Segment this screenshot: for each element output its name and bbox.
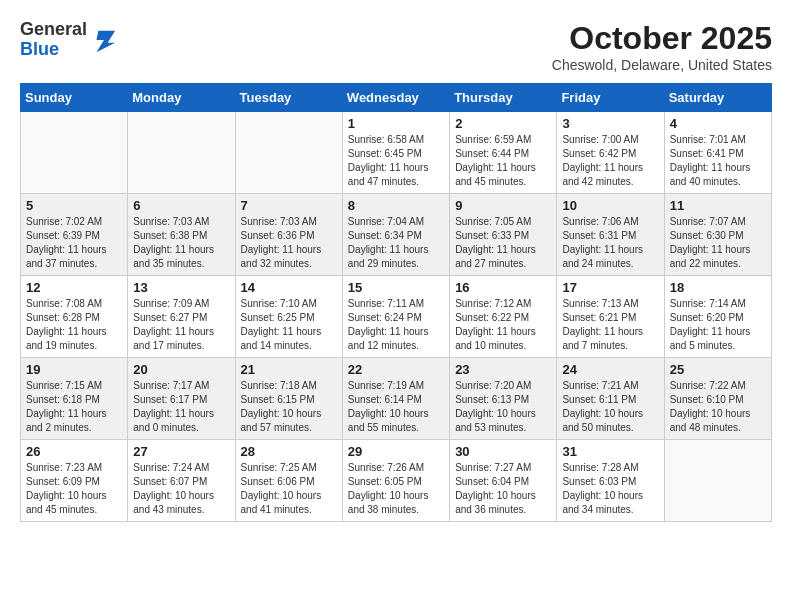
calendar-cell: 31Sunrise: 7:28 AM Sunset: 6:03 PM Dayli… <box>557 440 664 522</box>
day-number: 11 <box>670 198 766 213</box>
calendar-title: October 2025 <box>552 20 772 57</box>
day-info: Sunrise: 7:23 AM Sunset: 6:09 PM Dayligh… <box>26 461 122 517</box>
day-number: 4 <box>670 116 766 131</box>
logo-text: General Blue <box>20 20 87 60</box>
weekday-header-sunday: Sunday <box>21 84 128 112</box>
day-info: Sunrise: 7:11 AM Sunset: 6:24 PM Dayligh… <box>348 297 444 353</box>
day-number: 30 <box>455 444 551 459</box>
calendar-cell: 9Sunrise: 7:05 AM Sunset: 6:33 PM Daylig… <box>450 194 557 276</box>
day-number: 1 <box>348 116 444 131</box>
day-info: Sunrise: 6:58 AM Sunset: 6:45 PM Dayligh… <box>348 133 444 189</box>
calendar-cell: 10Sunrise: 7:06 AM Sunset: 6:31 PM Dayli… <box>557 194 664 276</box>
calendar-cell: 29Sunrise: 7:26 AM Sunset: 6:05 PM Dayli… <box>342 440 449 522</box>
day-info: Sunrise: 7:25 AM Sunset: 6:06 PM Dayligh… <box>241 461 337 517</box>
day-number: 9 <box>455 198 551 213</box>
day-info: Sunrise: 7:28 AM Sunset: 6:03 PM Dayligh… <box>562 461 658 517</box>
calendar-cell: 20Sunrise: 7:17 AM Sunset: 6:17 PM Dayli… <box>128 358 235 440</box>
calendar-cell: 1Sunrise: 6:58 AM Sunset: 6:45 PM Daylig… <box>342 112 449 194</box>
calendar-cell: 11Sunrise: 7:07 AM Sunset: 6:30 PM Dayli… <box>664 194 771 276</box>
day-info: Sunrise: 7:24 AM Sunset: 6:07 PM Dayligh… <box>133 461 229 517</box>
day-info: Sunrise: 7:06 AM Sunset: 6:31 PM Dayligh… <box>562 215 658 271</box>
weekday-header-row: SundayMondayTuesdayWednesdayThursdayFrid… <box>21 84 772 112</box>
day-info: Sunrise: 7:26 AM Sunset: 6:05 PM Dayligh… <box>348 461 444 517</box>
day-info: Sunrise: 7:27 AM Sunset: 6:04 PM Dayligh… <box>455 461 551 517</box>
calendar-cell: 26Sunrise: 7:23 AM Sunset: 6:09 PM Dayli… <box>21 440 128 522</box>
day-number: 13 <box>133 280 229 295</box>
day-info: Sunrise: 7:21 AM Sunset: 6:11 PM Dayligh… <box>562 379 658 435</box>
day-number: 12 <box>26 280 122 295</box>
day-info: Sunrise: 7:04 AM Sunset: 6:34 PM Dayligh… <box>348 215 444 271</box>
calendar-cell: 12Sunrise: 7:08 AM Sunset: 6:28 PM Dayli… <box>21 276 128 358</box>
day-number: 31 <box>562 444 658 459</box>
calendar-cell: 4Sunrise: 7:01 AM Sunset: 6:41 PM Daylig… <box>664 112 771 194</box>
calendar-week-row: 12Sunrise: 7:08 AM Sunset: 6:28 PM Dayli… <box>21 276 772 358</box>
day-info: Sunrise: 7:02 AM Sunset: 6:39 PM Dayligh… <box>26 215 122 271</box>
day-info: Sunrise: 7:19 AM Sunset: 6:14 PM Dayligh… <box>348 379 444 435</box>
weekday-header-thursday: Thursday <box>450 84 557 112</box>
calendar-cell: 8Sunrise: 7:04 AM Sunset: 6:34 PM Daylig… <box>342 194 449 276</box>
day-info: Sunrise: 7:18 AM Sunset: 6:15 PM Dayligh… <box>241 379 337 435</box>
calendar-week-row: 1Sunrise: 6:58 AM Sunset: 6:45 PM Daylig… <box>21 112 772 194</box>
logo-icon <box>89 26 117 54</box>
day-number: 6 <box>133 198 229 213</box>
calendar-cell: 14Sunrise: 7:10 AM Sunset: 6:25 PM Dayli… <box>235 276 342 358</box>
day-info: Sunrise: 7:03 AM Sunset: 6:36 PM Dayligh… <box>241 215 337 271</box>
day-info: Sunrise: 7:22 AM Sunset: 6:10 PM Dayligh… <box>670 379 766 435</box>
day-number: 18 <box>670 280 766 295</box>
day-number: 29 <box>348 444 444 459</box>
calendar-cell: 3Sunrise: 7:00 AM Sunset: 6:42 PM Daylig… <box>557 112 664 194</box>
day-info: Sunrise: 7:08 AM Sunset: 6:28 PM Dayligh… <box>26 297 122 353</box>
calendar-cell: 23Sunrise: 7:20 AM Sunset: 6:13 PM Dayli… <box>450 358 557 440</box>
day-number: 22 <box>348 362 444 377</box>
day-number: 5 <box>26 198 122 213</box>
weekday-header-wednesday: Wednesday <box>342 84 449 112</box>
header: General Blue October 2025 Cheswold, Dela… <box>20 20 772 73</box>
day-number: 3 <box>562 116 658 131</box>
day-number: 20 <box>133 362 229 377</box>
day-number: 17 <box>562 280 658 295</box>
day-number: 16 <box>455 280 551 295</box>
calendar-table: SundayMondayTuesdayWednesdayThursdayFrid… <box>20 83 772 522</box>
day-info: Sunrise: 7:20 AM Sunset: 6:13 PM Dayligh… <box>455 379 551 435</box>
day-number: 14 <box>241 280 337 295</box>
day-info: Sunrise: 7:07 AM Sunset: 6:30 PM Dayligh… <box>670 215 766 271</box>
day-info: Sunrise: 7:00 AM Sunset: 6:42 PM Dayligh… <box>562 133 658 189</box>
weekday-header-tuesday: Tuesday <box>235 84 342 112</box>
calendar-cell: 15Sunrise: 7:11 AM Sunset: 6:24 PM Dayli… <box>342 276 449 358</box>
calendar-cell: 21Sunrise: 7:18 AM Sunset: 6:15 PM Dayli… <box>235 358 342 440</box>
calendar-cell: 18Sunrise: 7:14 AM Sunset: 6:20 PM Dayli… <box>664 276 771 358</box>
calendar-cell: 6Sunrise: 7:03 AM Sunset: 6:38 PM Daylig… <box>128 194 235 276</box>
day-number: 15 <box>348 280 444 295</box>
day-number: 24 <box>562 362 658 377</box>
day-info: Sunrise: 7:17 AM Sunset: 6:17 PM Dayligh… <box>133 379 229 435</box>
day-number: 10 <box>562 198 658 213</box>
day-number: 21 <box>241 362 337 377</box>
day-info: Sunrise: 7:10 AM Sunset: 6:25 PM Dayligh… <box>241 297 337 353</box>
title-area: October 2025 Cheswold, Delaware, United … <box>552 20 772 73</box>
day-number: 8 <box>348 198 444 213</box>
calendar-cell: 22Sunrise: 7:19 AM Sunset: 6:14 PM Dayli… <box>342 358 449 440</box>
calendar-cell: 19Sunrise: 7:15 AM Sunset: 6:18 PM Dayli… <box>21 358 128 440</box>
calendar-cell <box>664 440 771 522</box>
day-number: 19 <box>26 362 122 377</box>
day-info: Sunrise: 7:09 AM Sunset: 6:27 PM Dayligh… <box>133 297 229 353</box>
calendar-cell: 7Sunrise: 7:03 AM Sunset: 6:36 PM Daylig… <box>235 194 342 276</box>
day-number: 7 <box>241 198 337 213</box>
day-info: Sunrise: 7:01 AM Sunset: 6:41 PM Dayligh… <box>670 133 766 189</box>
weekday-header-saturday: Saturday <box>664 84 771 112</box>
calendar-cell: 17Sunrise: 7:13 AM Sunset: 6:21 PM Dayli… <box>557 276 664 358</box>
weekday-header-friday: Friday <box>557 84 664 112</box>
day-info: Sunrise: 6:59 AM Sunset: 6:44 PM Dayligh… <box>455 133 551 189</box>
calendar-cell <box>235 112 342 194</box>
logo-general: General <box>20 19 87 39</box>
calendar-cell: 27Sunrise: 7:24 AM Sunset: 6:07 PM Dayli… <box>128 440 235 522</box>
day-info: Sunrise: 7:12 AM Sunset: 6:22 PM Dayligh… <box>455 297 551 353</box>
svg-marker-0 <box>97 30 116 51</box>
logo-blue: Blue <box>20 39 59 59</box>
day-number: 25 <box>670 362 766 377</box>
day-info: Sunrise: 7:03 AM Sunset: 6:38 PM Dayligh… <box>133 215 229 271</box>
logo: General Blue <box>20 20 117 60</box>
calendar-cell: 28Sunrise: 7:25 AM Sunset: 6:06 PM Dayli… <box>235 440 342 522</box>
day-info: Sunrise: 7:13 AM Sunset: 6:21 PM Dayligh… <box>562 297 658 353</box>
calendar-cell: 24Sunrise: 7:21 AM Sunset: 6:11 PM Dayli… <box>557 358 664 440</box>
